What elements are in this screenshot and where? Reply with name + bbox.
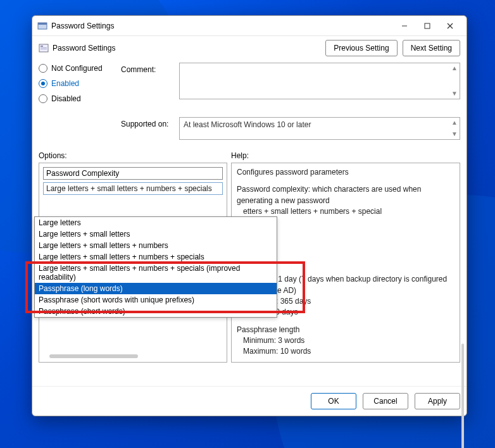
policy-icon — [39, 43, 49, 53]
dropdown-item[interactable]: Large letters + small letters + numbers … — [35, 251, 277, 263]
dropdown-item[interactable]: Large letters + small letters — [35, 228, 277, 240]
radio-enabled[interactable]: Enabled — [39, 79, 121, 88]
dropdown-item[interactable]: Passphrase (short words) — [35, 306, 277, 317]
password-complexity-dropdown[interactable]: Large lettersLarge letters + small lette… — [34, 216, 277, 318]
dialog-window: Password Settings Password Settings Prev… — [32, 15, 467, 416]
radio-disabled[interactable]: Disabled — [39, 94, 121, 103]
radio-not-configured[interactable]: Not Configured — [39, 64, 121, 73]
supported-on-box: At least Microsoft Windows 10 or later ▲… — [179, 117, 460, 140]
radio-label: Not Configured — [51, 64, 103, 73]
dropdown-item[interactable]: Passphrase (long words) — [35, 283, 277, 294]
dropdown-item[interactable]: Large letters + small letters + numbers — [35, 240, 277, 251]
scroll-up-icon[interactable]: ▲ — [451, 119, 458, 127]
comment-textarea[interactable]: ▲ ▼ — [179, 63, 460, 99]
supported-value: At least Microsoft Windows 10 or later — [184, 120, 311, 129]
header-row: Password Settings Previous Setting Next … — [32, 36, 467, 60]
maximize-button[interactable] — [416, 17, 439, 35]
radio-icon — [39, 94, 47, 103]
help-label: Help: — [231, 151, 460, 160]
horizontal-scrollbar[interactable] — [49, 354, 138, 358]
cancel-button[interactable]: Cancel — [363, 393, 408, 409]
radio-label: Disabled — [51, 94, 81, 103]
config-row: Not Configured Enabled Disabled Comment:… — [32, 60, 467, 112]
help-pp-min: Minimum: 3 words — [243, 336, 304, 345]
help-pp-max: Maximum: 10 words — [243, 347, 311, 356]
apply-button[interactable]: Apply — [415, 393, 460, 409]
supported-row: Supported on: At least Microsoft Windows… — [32, 115, 467, 142]
help-pp-len: Passphrase length — [237, 325, 299, 334]
scroll-down-icon[interactable]: ▼ — [451, 130, 458, 138]
radio-label: Enabled — [51, 79, 79, 88]
password-complexity-label: Password Complexity — [43, 167, 223, 180]
help-scrollbar[interactable] — [461, 344, 464, 448]
dropdown-item[interactable]: Large letters + small letters + numbers … — [35, 263, 277, 283]
policy-title: Password Settings — [53, 44, 115, 53]
svg-rect-9 — [41, 49, 47, 49]
comment-label: Comment: — [121, 63, 179, 109]
radio-icon — [39, 79, 47, 88]
previous-setting-button[interactable]: Previous Setting — [325, 40, 397, 56]
state-radios: Not Configured Enabled Disabled — [39, 63, 121, 109]
radio-icon — [39, 64, 47, 73]
help-intro: Configures password parameters — [237, 167, 454, 178]
svg-rect-8 — [41, 47, 47, 48]
select-value: Large letters + small letters + numbers … — [46, 184, 212, 193]
pane-labels: Options: Help: — [32, 142, 467, 163]
ok-button[interactable]: OK — [311, 393, 356, 409]
scroll-down-icon[interactable]: ▼ — [451, 90, 458, 97]
help-complexity: Password complexity: which characters ar… — [237, 185, 421, 204]
dialog-footer: OK Cancel Apply — [32, 386, 467, 416]
titlebar: Password Settings — [32, 16, 467, 36]
minimize-button[interactable] — [393, 17, 416, 35]
window-title: Password Settings — [51, 22, 114, 30]
password-complexity-select[interactable]: Large letters + small letters + numbers … — [43, 182, 223, 195]
app-icon — [37, 21, 47, 31]
help-complexity-2: etters + small letters + numbers + speci… — [243, 207, 382, 216]
next-setting-button[interactable]: Next Setting — [403, 40, 460, 56]
options-label: Options: — [39, 151, 231, 160]
supported-label: Supported on: — [121, 117, 179, 140]
scroll-up-icon[interactable]: ▲ — [451, 65, 458, 72]
svg-rect-3 — [425, 23, 430, 28]
svg-rect-7 — [41, 46, 43, 47]
dropdown-item[interactable]: Passphrase (short words with unique pref… — [35, 294, 277, 306]
svg-rect-1 — [38, 23, 47, 25]
close-button[interactable] — [439, 17, 461, 35]
dropdown-item[interactable]: Large letters — [35, 217, 277, 228]
